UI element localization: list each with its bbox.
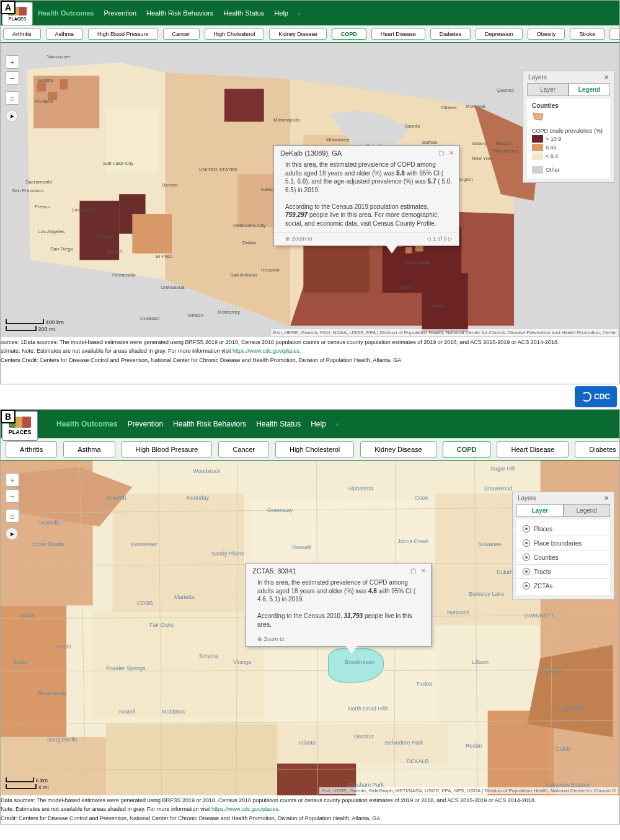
footer-note: Note: Estimates are not available for ar… — [1, 804, 619, 813]
layers-title: Layers — [518, 495, 536, 502]
subnav-asthma[interactable]: Asthma — [63, 441, 115, 458]
svg-rect-13 — [37, 82, 46, 92]
nav-health-outcomes[interactable]: Health Outcomes — [38, 9, 94, 17]
svg-rect-15 — [60, 79, 68, 89]
nav-health-status[interactable]: Health Status — [256, 420, 301, 428]
layers-title: Layers — [528, 74, 547, 81]
zoom-to-icon[interactable]: ⊕ — [285, 236, 290, 242]
svg-rect-1 — [79, 201, 119, 260]
zoom-out-button[interactable]: − — [6, 71, 19, 85]
footer-link[interactable]: https://www.cdc.gov/places. — [211, 806, 280, 812]
tab-legend[interactable]: Legend — [569, 83, 610, 96]
chevron-right-icon[interactable]: › — [298, 10, 300, 17]
subnav-depression[interactable]: Depression — [476, 29, 523, 40]
tab-layer[interactable]: Layer — [516, 504, 564, 517]
nav-health-risk-behaviors[interactable]: Health Risk Behaviors — [146, 9, 213, 17]
zoom-to-icon[interactable]: ⊕ — [257, 636, 262, 642]
subnav-stroke[interactable]: Stroke — [570, 29, 604, 40]
subnav-heart-disease[interactable]: Heart Disease — [371, 29, 425, 40]
eye-icon — [523, 525, 530, 533]
zoom-out-button[interactable]: − — [6, 489, 19, 503]
legend-body: Counties COPD crude prevalence (%) > 10.… — [527, 99, 610, 179]
dock-icon[interactable]: ▢ — [438, 149, 444, 157]
close-icon[interactable]: ✕ — [421, 567, 426, 575]
tab-legend[interactable]: Legend — [564, 504, 611, 517]
layer-counties[interactable]: Counties — [516, 550, 610, 565]
home-button[interactable]: ⌂ — [6, 509, 19, 523]
panel-a-label: A — [1, 1, 16, 14]
subnav-kidney-disease[interactable]: Kidney Disease — [269, 29, 327, 40]
close-icon[interactable]: ✕ — [449, 149, 454, 157]
subnav-heart-disease[interactable]: Heart Disease — [497, 441, 569, 458]
chevron-right-icon[interactable]: › — [336, 421, 338, 428]
eye-icon — [523, 568, 530, 575]
subnav-kidney-disease[interactable]: Kidney Disease — [360, 441, 436, 458]
subnav-high-cholesterol[interactable]: High Cholesterol — [205, 29, 265, 40]
compass-icon[interactable]: ➤ — [6, 528, 18, 540]
subnav-asthma[interactable]: Asthma — [46, 29, 84, 40]
sub-nav: Arthritis Asthma High Blood Pressure Can… — [1, 25, 619, 43]
zoom-to-link[interactable]: Zoom to — [292, 236, 312, 242]
layer-zctas[interactable]: ZCTAs — [516, 579, 610, 593]
svg-rect-20 — [405, 247, 412, 254]
layers-close-icon[interactable]: ✕ — [604, 495, 609, 502]
popup-body: In this area, the estimated prevalence o… — [274, 158, 459, 232]
nav-prevention[interactable]: Prevention — [128, 420, 163, 428]
layers-close-icon[interactable]: ✕ — [604, 74, 609, 81]
subnav-arthritis[interactable]: Arthritis — [6, 441, 57, 458]
layer-place-boundaries[interactable]: Place boundaries — [516, 536, 610, 550]
subnav-obesity[interactable]: Obesity — [528, 29, 565, 40]
places-logo-text: PLACES — [9, 429, 32, 435]
zoom-in-button[interactable]: + — [6, 55, 19, 69]
subnav-all-teeth[interactable]: All Teeth Lo — [609, 29, 619, 40]
svg-rect-3 — [224, 89, 264, 122]
pager-prev-icon[interactable]: ◁ — [427, 236, 431, 242]
compass-icon[interactable]: ➤ — [6, 110, 18, 122]
subnav-diabetes[interactable]: Diabetes — [575, 441, 619, 458]
subnav-copd[interactable]: COPD — [332, 29, 366, 40]
subnav-high-blood-pressure[interactable]: High Blood Pressure — [88, 29, 158, 40]
places-logo-text: PLACES — [9, 17, 26, 21]
subnav-copd[interactable]: COPD — [443, 441, 491, 458]
panel-b-label: B — [1, 410, 16, 423]
footer-link[interactable]: https://www.cdc.gov/places. — [232, 348, 301, 354]
subnav-high-blood-pressure[interactable]: High Blood Pressure — [122, 441, 213, 458]
layer-tracts[interactable]: Tracts — [516, 565, 610, 579]
svg-rect-8 — [106, 108, 159, 174]
svg-rect-33 — [93, 612, 264, 717]
subnav-diabetes[interactable]: Diabetes — [430, 29, 471, 40]
nav-health-risk-behaviors[interactable]: Health Risk Behaviors — [173, 420, 246, 428]
dock-icon[interactable]: ▢ — [410, 567, 416, 575]
tab-layer[interactable]: Layer — [527, 83, 569, 96]
nav-help[interactable]: Help — [311, 420, 326, 428]
eye-icon — [523, 539, 530, 547]
scale-bar: 6 km 4 mi — [6, 777, 49, 792]
map-canvas[interactable]: WoodstockSugar HillAcworthNoondayAlphare… — [1, 461, 619, 795]
nav-health-status[interactable]: Health Status — [223, 9, 264, 17]
nav-help[interactable]: Help — [274, 9, 288, 17]
zoom-to-link[interactable]: Zoom to — [264, 636, 285, 642]
cdc-badge[interactable]: CDC — [575, 386, 617, 407]
footer-credit: Credit: Centers for Disease Control and … — [1, 813, 619, 822]
layers-panel: Layers ✕ Layer Legend Places Place bound… — [512, 492, 614, 599]
popup-title: DeKalb (13089), GA — [280, 149, 342, 157]
subnav-arthritis[interactable]: Arthritis — [3, 29, 41, 40]
county-popup: DeKalb (13089), GA ▢ ✕ In this area, the… — [273, 145, 459, 246]
layer-places[interactable]: Places — [516, 522, 610, 536]
nav-prevention[interactable]: Prevention — [104, 9, 136, 17]
zoom-in-button[interactable]: + — [6, 473, 19, 487]
pager-next-icon[interactable]: ▷ — [448, 236, 453, 242]
map-attribution: Esri, HERE, Garmin, FAO, NOAA, USGS, EPA… — [271, 329, 618, 336]
map-canvas[interactable]: VancouverSeattlePortlandSacramentoSan Fr… — [1, 43, 619, 337]
subnav-cancer[interactable]: Cancer — [163, 29, 200, 40]
subnav-cancer[interactable]: Cancer — [218, 441, 268, 458]
scale-bar: 400 km 200 mi — [6, 319, 64, 334]
home-button[interactable]: ⌂ — [6, 91, 19, 105]
popup-body: In this area, the estimated prevalence o… — [246, 576, 431, 634]
top-nav: Health Outcomes Prevention Health Risk B… — [1, 410, 619, 438]
nav-health-outcomes[interactable]: Health Outcomes — [56, 420, 118, 428]
subnav-high-cholesterol[interactable]: High Cholesterol — [275, 441, 354, 458]
panel-a: A PLACES Health Outcomes Prevention Heal… — [0, 0, 620, 384]
layer-list: Places Place boundaries Counties Tracts … — [516, 519, 610, 595]
svg-rect-35 — [106, 724, 277, 795]
